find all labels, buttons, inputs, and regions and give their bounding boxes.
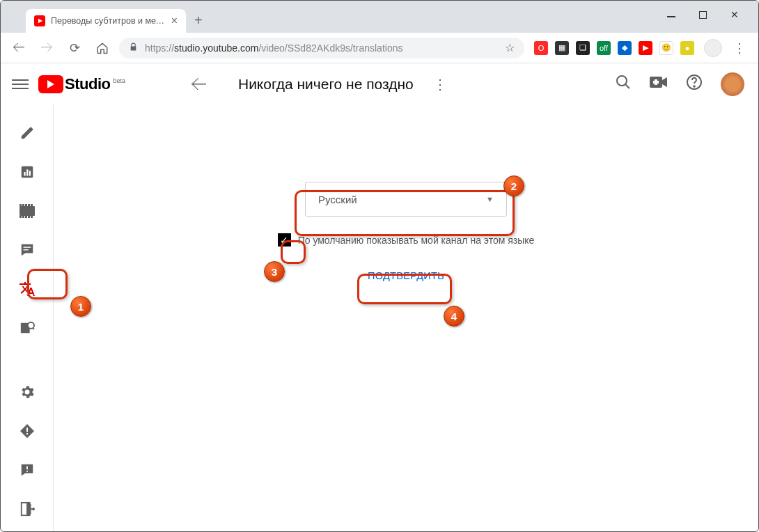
sidebar-feedback-icon[interactable] (19, 462, 36, 478)
create-video-icon[interactable] (650, 75, 668, 93)
extension-icon[interactable]: ● (680, 41, 694, 55)
youtube-favicon (34, 15, 45, 26)
lock-icon (129, 42, 138, 54)
default-language-label: По умолчанию показывать мой канал на это… (298, 235, 535, 246)
studio-logo[interactable]: Studio beta (38, 75, 125, 93)
hamburger-menu-icon[interactable] (12, 75, 29, 93)
sidebar-exit-icon[interactable] (19, 501, 36, 517)
nav-forward-icon: 🡢 (36, 37, 58, 59)
nav-back-icon[interactable]: 🡠 (8, 37, 30, 59)
dropdown-triangle-icon: ▼ (486, 195, 494, 203)
window-minimize-icon[interactable] (667, 16, 675, 17)
browser-tab-bar: Переводы субтитров и метадан… × + (1, 1, 758, 33)
extension-icon[interactable]: off (597, 41, 611, 55)
sidebar-edit-icon[interactable] (19, 125, 36, 141)
nav-reload-icon[interactable]: ⟳ (63, 37, 86, 59)
logo-text: Studio (65, 75, 110, 93)
chrome-profile-icon[interactable] (704, 39, 722, 57)
tab-title: Переводы субтитров и метадан… (51, 16, 166, 26)
extension-icon[interactable]: ▶ (639, 41, 652, 55)
svg-rect-14 (22, 204, 24, 206)
svg-rect-13 (19, 204, 22, 206)
svg-rect-28 (26, 467, 28, 470)
sidebar-other-icon[interactable] (19, 320, 36, 336)
svg-line-27 (33, 328, 34, 329)
sidebar-translate-icon[interactable] (19, 281, 36, 297)
svg-rect-21 (28, 216, 30, 218)
svg-rect-11 (29, 171, 30, 175)
svg-rect-18 (19, 216, 22, 218)
default-language-row: ✓ По умолчанию показывать мой канал на э… (278, 233, 535, 247)
svg-rect-15 (25, 204, 27, 206)
extension-icon[interactable]: ❏ (576, 41, 590, 55)
extension-icon[interactable]: O (534, 41, 548, 55)
video-title: Никогда ничего не поздно (238, 76, 414, 93)
main-content: Русский ▼ ✓ По умолчанию показывать мой … (54, 105, 758, 531)
new-tab-button[interactable]: + (186, 13, 211, 29)
svg-point-1 (617, 76, 627, 86)
sidebar-settings-icon[interactable] (19, 384, 36, 400)
language-select-value: Русский (318, 194, 357, 205)
sidebar (1, 105, 54, 531)
svg-rect-24 (23, 249, 28, 250)
svg-rect-29 (26, 471, 28, 472)
chrome-menu-icon[interactable]: ⋮ (728, 40, 751, 56)
svg-rect-9 (24, 172, 25, 176)
back-arrow-icon[interactable]: 🡠 (191, 75, 208, 94)
svg-rect-20 (25, 216, 27, 218)
confirm-button[interactable]: ПОДТВЕРДИТЬ (358, 263, 454, 288)
window-maximize-icon[interactable] (699, 11, 707, 19)
sidebar-comments-icon[interactable] (19, 242, 36, 258)
nav-home-icon[interactable] (91, 37, 114, 59)
browser-tab[interactable]: Переводы субтитров и метадан… × (26, 9, 186, 33)
studio-header: Studio beta 🡠 Никогда ничего не поздно ⋮ (1, 63, 758, 105)
svg-point-26 (27, 322, 33, 329)
extension-icon[interactable]: ▦ (555, 41, 569, 55)
sidebar-analytics-icon[interactable] (19, 164, 36, 180)
svg-rect-16 (28, 204, 30, 206)
help-icon[interactable] (686, 74, 703, 95)
window-controls: ✕ (648, 1, 758, 29)
extension-icon[interactable]: ◆ (618, 41, 632, 55)
url-text: https://studio.youtube.com/video/SSd82AK… (145, 42, 402, 54)
svg-rect-5 (653, 81, 659, 84)
svg-rect-10 (26, 169, 28, 175)
sidebar-report-icon[interactable] (19, 423, 36, 439)
svg-line-2 (625, 84, 629, 88)
user-avatar[interactable] (721, 72, 744, 96)
window-close-icon[interactable]: ✕ (730, 9, 739, 20)
url-input[interactable]: https://studio.youtube.com/video/SSd82AK… (119, 38, 524, 58)
svg-rect-19 (22, 216, 24, 218)
youtube-play-icon (38, 75, 63, 93)
svg-rect-22 (31, 216, 33, 218)
language-select[interactable]: Русский ▼ (305, 182, 507, 217)
svg-rect-23 (23, 247, 31, 247)
extension-icon[interactable]: 🙂 (659, 41, 673, 55)
address-bar: 🡠 🡢 ⟳ https://studio.youtube.com/video/S… (1, 33, 758, 63)
search-icon[interactable] (615, 74, 632, 95)
logo-beta: beta (113, 77, 125, 84)
svg-rect-12 (19, 206, 35, 216)
bookmark-star-icon[interactable]: ☆ (505, 41, 515, 54)
extension-icons: O ▦ ❏ off ◆ ▶ 🙂 ● (530, 41, 698, 55)
default-language-checkbox[interactable]: ✓ (278, 233, 291, 247)
tab-close-icon[interactable]: × (171, 15, 178, 27)
more-options-icon[interactable]: ⋮ (433, 76, 447, 93)
svg-rect-17 (31, 204, 33, 206)
sidebar-editor-icon[interactable] (19, 203, 36, 219)
svg-point-7 (694, 86, 695, 87)
